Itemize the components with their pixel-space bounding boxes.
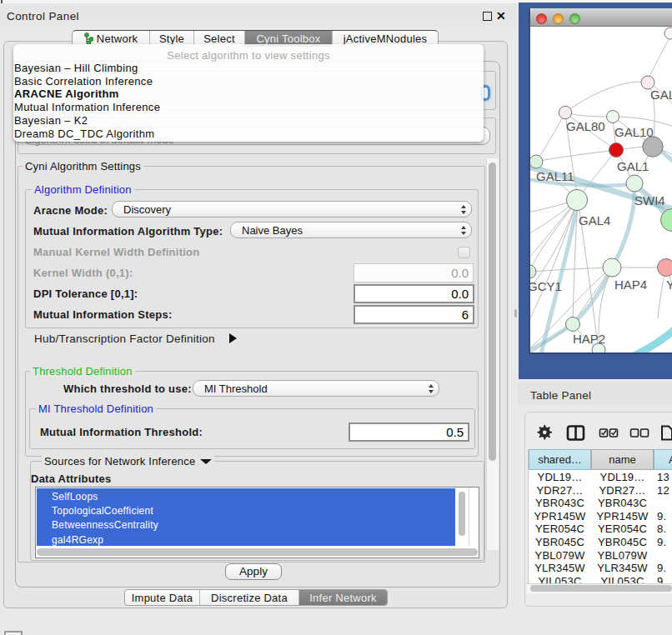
svg-text:GAL1: GAL1 [617, 159, 649, 173]
svg-text:GAL80: GAL80 [566, 119, 605, 133]
svg-text:Y: Y [666, 278, 672, 292]
svg-text:HAP2: HAP2 [573, 332, 605, 346]
svg-text:HAP4: HAP4 [614, 278, 647, 292]
svg-text:GAL10: GAL10 [614, 125, 654, 139]
svg-text:SWI4: SWI4 [634, 193, 665, 208]
svg-text:GCY1: GCY1 [530, 279, 562, 293]
svg-text:GAL11: GAL11 [536, 169, 574, 183]
svg-text:GAL: GAL [650, 88, 672, 102]
svg-text:GAL4: GAL4 [579, 213, 610, 228]
